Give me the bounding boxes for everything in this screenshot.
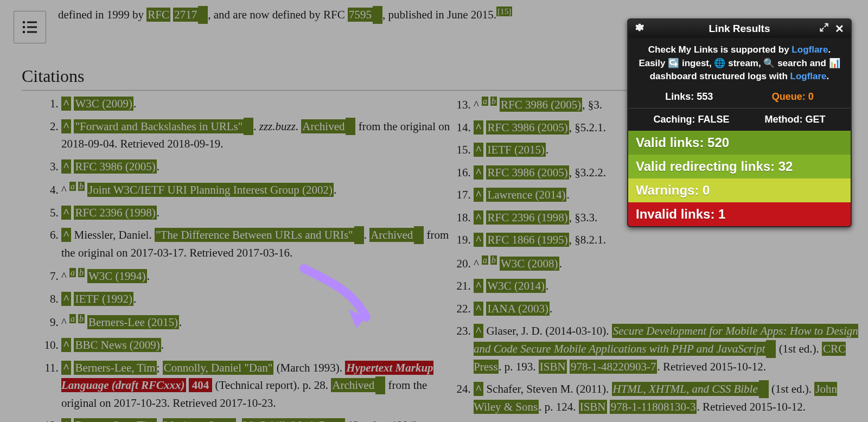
invalid-links-bar[interactable]: Invalid links: 1 [628, 202, 851, 226]
backlink-caret[interactable]: ^ [474, 143, 483, 157]
reference-15[interactable]: [15] [496, 7, 512, 16]
svg-rect-4 [27, 27, 37, 28]
checked-link[interactable]: Berners-Lee, Tim [74, 361, 156, 375]
toc-toggle-button[interactable] [14, 11, 46, 43]
link-rfc-7595[interactable]: 7595 [348, 8, 373, 22]
citation-item: ^ "Forward and Backslashes in URLs" . zz… [61, 118, 452, 153]
http-status-badge: 404 [189, 378, 213, 392]
backlink-letter[interactable]: a [69, 182, 76, 191]
checked-link[interactable]: ISBN [539, 360, 567, 374]
backlink-caret[interactable]: ^ [61, 206, 71, 220]
backlink-letter[interactable]: a [69, 268, 76, 277]
svg-rect-3 [27, 22, 37, 23]
link-rfc-2717-num[interactable]: 2717 [173, 8, 198, 22]
backlink-caret[interactable]: ^ [474, 188, 483, 202]
backlink-caret[interactable]: ^ [61, 228, 71, 242]
close-icon[interactable]: ✕ [835, 22, 844, 35]
checked-link[interactable]: Lawrence (2014) [486, 188, 566, 202]
checked-link[interactable]: W3C (2008) [500, 257, 559, 271]
citation-item: ^ a b Berners-Lee (2015). [61, 312, 452, 331]
redirecting-links-bar[interactable]: Valid redirecting links: 32 [628, 155, 851, 178]
citation-item: ^ Glaser, J. D. (2014-03-10). Secure Dev… [474, 322, 864, 375]
backlink-caret[interactable]: ^ [474, 324, 483, 338]
checked-link[interactable]: Archived [369, 228, 414, 242]
backlink-caret[interactable]: ^ [474, 120, 483, 135]
citation-item: ^ a b W3C (1994). [61, 266, 452, 285]
backlink-caret[interactable]: ^ [474, 233, 483, 247]
backlink-caret[interactable]: ^ [474, 210, 483, 225]
backlink-caret[interactable]: ^ [61, 338, 71, 352]
backlink-caret[interactable]: ^ [61, 159, 71, 174]
checked-link[interactable]: Berners-Lee (2015) [87, 315, 179, 329]
checked-link[interactable]: RFC 3986 (2005) [486, 120, 569, 135]
link-rfc-2717-text[interactable]: RFC [146, 8, 170, 22]
backlink-caret[interactable]: ^ [61, 97, 71, 111]
caching-value: FALSE [698, 114, 730, 125]
citation-item: ^ W3C (2014). [474, 277, 864, 295]
backlink-caret[interactable]: ^ [474, 302, 483, 316]
checked-link[interactable]: W3C (2009) [74, 97, 133, 111]
citation-item: ^ RFC 3986 (2005). [61, 158, 452, 176]
checked-link[interactable]: RFC 2396 (1998) [74, 206, 156, 220]
checked-link[interactable]: Archived [301, 119, 346, 133]
list-icon [22, 20, 38, 34]
citation-item: ^ BBC News (2009). [61, 336, 452, 354]
checked-link[interactable]: IETF (1992) [74, 292, 133, 306]
checked-link[interactable]: 978-1-11808130-3 [610, 400, 697, 414]
backlink-letter[interactable]: a [482, 255, 488, 265]
checked-link[interactable]: HTML, XHTML, and CSS Bible [612, 382, 759, 396]
checked-link[interactable]: Secure Development for Mobile Apps: How … [474, 324, 858, 356]
sponsor-text: Check My Links is supported by Logflare.… [628, 38, 851, 90]
backlink-caret[interactable]: ^ [61, 119, 71, 133]
panel-title: Link Results [709, 23, 770, 35]
backlink-letter[interactable]: b [490, 97, 497, 106]
citation-item: ^ W3C (2009). [61, 95, 452, 113]
checked-link[interactable]: Archived [331, 378, 375, 392]
gear-icon[interactable] [634, 22, 644, 36]
checked-link[interactable]: RFC 3986 (2005) [486, 165, 569, 180]
backlink-caret[interactable]: ^ [61, 292, 71, 306]
backlink-caret[interactable]: ^ [474, 279, 483, 293]
checked-link[interactable]: "Forward and Backslashes in URLs" [74, 119, 244, 133]
checked-link[interactable]: IANA (2003) [486, 302, 550, 316]
sponsor-link-1[interactable]: Logflare [792, 44, 828, 55]
backlink-letter[interactable]: a [482, 97, 488, 106]
checked-link[interactable]: "The Difference Between URLs and URIs" [155, 228, 354, 242]
checked-link[interactable]: RFC 1866 (1995) [486, 233, 569, 247]
backlink-letter[interactable]: b [78, 314, 85, 323]
checked-link[interactable]: RFC 3986 (2005) [500, 98, 582, 112]
checked-link[interactable]: McCahill, Mark Perry [242, 418, 345, 422]
checked-link[interactable]: IETF (2015) [486, 143, 546, 157]
warnings-bar[interactable]: Warnings: 0 [628, 178, 851, 202]
intro-paragraph: defined in 1999 by RFC 2717 , and are no… [58, 5, 601, 24]
backlink-caret[interactable]: ^ [61, 418, 71, 422]
citations-heading: Citations [22, 66, 85, 86]
sponsor-link-2[interactable]: Logflare [790, 71, 827, 81]
panel-titlebar[interactable]: Link Results ✕ [628, 20, 851, 38]
backlink-letter[interactable]: b [78, 182, 85, 191]
counts-row: Links: 553 Queue: 0 [628, 90, 851, 108]
checked-link[interactable]: BBC News (2009) [74, 338, 161, 352]
citation-item: ^ Berners-Lee, Tim; Masinter, Larry; McC… [61, 417, 452, 422]
backlink-caret[interactable]: ^ [474, 165, 483, 180]
checked-link[interactable]: W3C (1994) [87, 269, 147, 283]
citations-col-left: ^ W3C (2009).^ "Forward and Backslashes … [46, 95, 452, 422]
backlink-letter[interactable]: b [78, 268, 85, 277]
checked-link[interactable]: W3C (2014) [486, 279, 546, 293]
backlink-caret[interactable]: ^ [474, 382, 483, 396]
backlink-letter[interactable]: b [490, 255, 497, 265]
svg-point-0 [23, 21, 25, 24]
expand-icon[interactable] [819, 23, 829, 35]
checked-link[interactable]: Masinter, Larry [163, 418, 236, 422]
backlink-letter[interactable]: a [69, 314, 76, 323]
valid-links-bar[interactable]: Valid links: 520 [628, 131, 851, 155]
checked-link[interactable]: ISBN [579, 400, 607, 414]
checked-link[interactable]: RFC 2396 (1998) [486, 210, 569, 225]
citation-item: ^ Schafer, Steven M. (2011). HTML, XHTML… [474, 380, 864, 415]
checked-link[interactable]: Connolly, Daniel "Dan" [163, 361, 274, 375]
checked-link[interactable]: Berners-Lee, Tim [74, 418, 156, 422]
checked-link[interactable]: 978-1-48220903-7 [570, 360, 657, 374]
backlink-caret[interactable]: ^ [61, 361, 71, 375]
checked-link[interactable]: RFC 3986 (2005) [74, 159, 156, 174]
checked-link[interactable]: Joint W3C/IETF URI Planning Interest Gro… [87, 183, 334, 197]
